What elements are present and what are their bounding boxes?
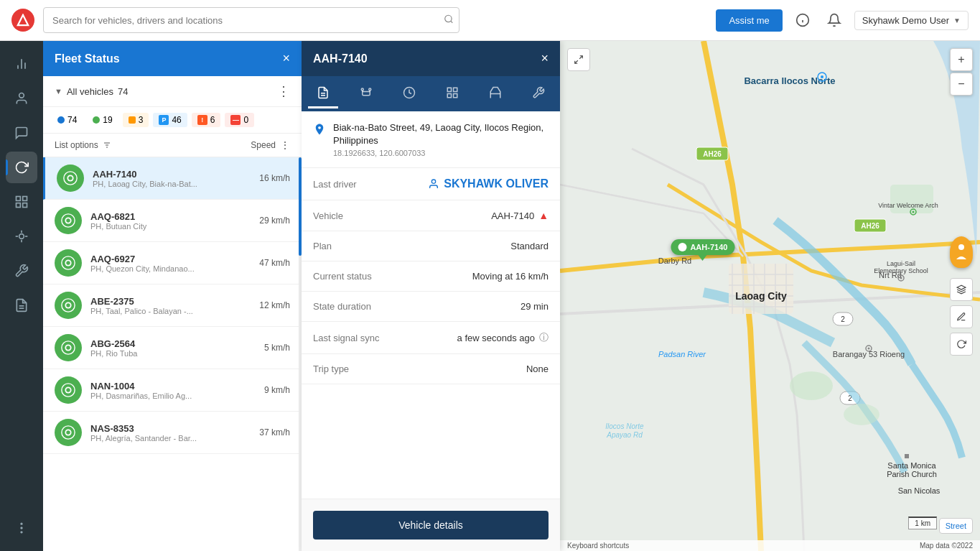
- svg-point-105: [913, 211, 915, 213]
- orange-count: 3: [139, 115, 144, 125]
- location-block: Biak-na-Bato Street, 49, Laoag City, Ilo…: [302, 111, 560, 168]
- vehicle-item-nan1004[interactable]: NAN-1004 PH, Dasmariñas, Emilio Ag... 9 …: [43, 369, 302, 412]
- list-options-button[interactable]: List options: [55, 140, 111, 150]
- driver-link[interactable]: SKYHAWK OLIVER: [428, 177, 549, 190]
- zoom-in-button[interactable]: +: [950, 48, 973, 71]
- status-filter-alert[interactable]: ! 6: [192, 113, 221, 127]
- svg-marker-109: [957, 285, 966, 290]
- tab-route[interactable]: [351, 79, 381, 108]
- vehicle-item-abe2375[interactable]: ABE-2375 PH, Taal, Palico - Balayan -...…: [43, 284, 302, 327]
- svg-line-106: [579, 56, 582, 59]
- tab-info[interactable]: [308, 79, 338, 108]
- location-pin-icon: [313, 123, 326, 139]
- svg-rect-95: [905, 454, 909, 458]
- fleet-close-button[interactable]: ×: [282, 51, 290, 66]
- svg-marker-0: [18, 15, 28, 25]
- svg-point-59: [432, 180, 436, 183]
- speed-sort-button[interactable]: Speed ⋮: [251, 139, 290, 151]
- vehicle-direction-icon: ▲: [538, 210, 549, 221]
- sidebar-item-message[interactable]: [6, 117, 37, 149]
- svg-point-47: [66, 430, 70, 435]
- street-view-button[interactable]: Street: [939, 518, 973, 534]
- tab-history[interactable]: [394, 79, 424, 108]
- detail-close-button[interactable]: ×: [541, 51, 549, 66]
- duration-value: 29 min: [521, 301, 549, 312]
- map-area[interactable]: AH26 AH26 2 2 Bacarra Iloc: [560, 41, 980, 551]
- refresh-map-button[interactable]: [950, 333, 973, 356]
- status-filter-offline[interactable]: — 0: [225, 113, 254, 127]
- map-controls: + −: [950, 48, 973, 96]
- vehicle-icon: [55, 207, 82, 234]
- zoom-out-button[interactable]: −: [950, 73, 973, 96]
- vehicle-item-aah7140[interactable]: AAH-7140 PH, Laoag City, Biak-na-Bat... …: [43, 157, 302, 200]
- info-button[interactable]: [791, 9, 814, 32]
- fullscreen-button[interactable]: [567, 48, 590, 71]
- svg-point-35: [66, 261, 70, 265]
- detail-footer: Vehicle details: [302, 499, 560, 551]
- vehicle-icon: [55, 376, 82, 404]
- status-filter-moving[interactable]: 74: [52, 113, 83, 127]
- vehicle-item-aaq6821[interactable]: AAQ-6821 PH, Butuan City 29 km/h: [43, 200, 302, 242]
- detail-row-duration: State duration 29 min: [302, 292, 560, 322]
- sidebar-item-grid[interactable]: [6, 186, 37, 218]
- vehicle-icon: [55, 249, 82, 277]
- sidebar-item-more[interactable]: [6, 512, 37, 544]
- sidebar-item-chart[interactable]: [6, 48, 37, 80]
- sidebar-item-tools[interactable]: [6, 255, 37, 287]
- street-view-person[interactable]: [950, 236, 973, 268]
- vehicle-item-abg2564[interactable]: ABG-2564 PH, Rio Tuba 5 km/h: [43, 327, 302, 369]
- svg-point-29: [68, 176, 73, 180]
- detail-content: Biak-na-Bato Street, 49, Laoag City, Ilo…: [302, 111, 560, 499]
- tab-geofence[interactable]: [437, 79, 467, 108]
- vehicle-item-nas8353[interactable]: NAS-8353 PH, Alegría, Santander - Bar...…: [43, 412, 302, 454]
- vehicle-id: AAH-7140: [93, 169, 251, 180]
- tab-fuel[interactable]: [480, 79, 510, 108]
- tab-tools[interactable]: [523, 79, 554, 108]
- sidebar-item-route[interactable]: [6, 221, 37, 252]
- vehicle-details-button[interactable]: Vehicle details: [313, 511, 549, 540]
- sidebar-item-user[interactable]: [6, 83, 37, 114]
- vehicle-map-marker[interactable]: AAH-7140: [671, 239, 734, 261]
- logo: [11, 9, 34, 32]
- notification-button[interactable]: [823, 9, 846, 32]
- list-options-label: List options: [55, 140, 98, 150]
- svg-point-23: [21, 532, 22, 533]
- assist-button[interactable]: Assist me: [716, 9, 782, 32]
- all-vehicles-selector[interactable]: ▼ All vehicles 74: [55, 86, 128, 97]
- svg-point-51: [369, 88, 371, 91]
- left-sidebar: [0, 41, 43, 551]
- layers-button[interactable]: [950, 278, 973, 301]
- info-icon[interactable]: ⓘ: [539, 331, 549, 344]
- svg-point-21: [21, 523, 22, 524]
- status-filter-idle[interactable]: 19: [87, 113, 118, 127]
- vehicle-item-aaq6927[interactable]: AAQ-6927 PH, Quezon City, Mindanao... 47…: [43, 242, 302, 284]
- sort-options-button[interactable]: ⋮: [280, 139, 290, 151]
- status-filter-parking[interactable]: P 46: [153, 113, 187, 127]
- vehicle-info: AAQ-6821 PH, Butuan City: [90, 211, 251, 231]
- all-vehicles-count: 74: [118, 86, 128, 97]
- draw-button[interactable]: [950, 305, 973, 328]
- search-input[interactable]: [43, 7, 459, 33]
- vehicle-location: PH, Quezon City, Mindanao...: [90, 264, 251, 273]
- chevron-down-icon: ▼: [55, 87, 62, 96]
- fleet-title: Fleet Status: [55, 52, 120, 65]
- keyboard-shortcuts: Keyboard shortcuts: [567, 542, 629, 550]
- svg-point-102: [900, 277, 902, 279]
- search-button[interactable]: [444, 14, 454, 27]
- location-text: Biak-na-Bato Street, 49, Laoag City, Ilo…: [333, 121, 549, 157]
- vehicle-location: PH, Rio Tuba: [90, 349, 256, 358]
- sidebar-item-report[interactable]: [6, 290, 37, 321]
- sidebar-item-refresh[interactable]: [6, 152, 37, 183]
- user-menu[interactable]: Skyhawk Demo User ▼: [854, 11, 969, 30]
- svg-point-22: [21, 527, 22, 529]
- triptype-value: None: [526, 364, 549, 374]
- status-filter-orange[interactable]: 3: [123, 113, 149, 127]
- vehicle-icon: [55, 292, 82, 319]
- detail-row-vehicle: Vehicle AAH-7140 ▲: [302, 200, 560, 231]
- fleet-options-button[interactable]: ⋮: [277, 83, 290, 99]
- map-svg: AH26 AH26 2 2 Bacarra Iloc: [560, 41, 980, 551]
- svg-text:Parish Church: Parish Church: [887, 470, 937, 478]
- svg-point-85: [821, 75, 823, 78]
- svg-point-108: [958, 244, 964, 250]
- vehicle-speed: 16 km/h: [259, 173, 290, 183]
